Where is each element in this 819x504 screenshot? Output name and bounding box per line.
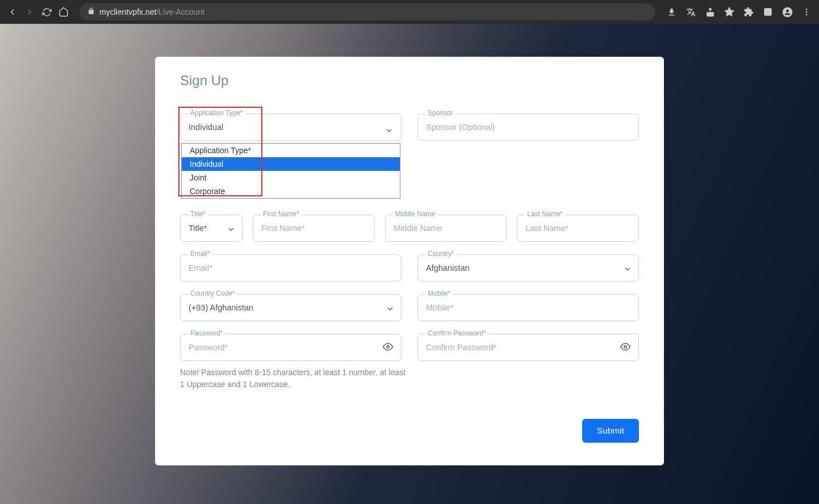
confirm-password-input[interactable] bbox=[426, 343, 616, 352]
application-type-label: Application Type* bbox=[188, 109, 245, 117]
title-select[interactable]: Title* bbox=[180, 215, 243, 242]
chevron-down-icon bbox=[387, 303, 393, 312]
last-name-group: Last Name* bbox=[517, 215, 639, 242]
password-group: Password* bbox=[180, 334, 402, 361]
extensions-icon[interactable] bbox=[743, 6, 754, 18]
first-name-group: First Name* bbox=[253, 215, 375, 242]
mobile-group: Mobile* bbox=[417, 294, 639, 321]
last-name-input[interactable] bbox=[525, 224, 630, 233]
password-label: Password* bbox=[188, 329, 225, 337]
browser-chrome: myclientvpfx.net/Live-Account bbox=[0, 0, 819, 24]
mobile-input[interactable] bbox=[426, 303, 630, 312]
middle-name-input[interactable] bbox=[394, 224, 499, 233]
page-title: Sign Up bbox=[180, 73, 639, 89]
sidepanel-icon[interactable] bbox=[762, 6, 774, 18]
country-group: Country* Afghanistan bbox=[417, 254, 639, 282]
dropdown-option-joint[interactable]: Joint bbox=[182, 171, 400, 184]
sponsor-input[interactable] bbox=[426, 123, 630, 132]
sponsor-label: Sponsor bbox=[425, 109, 456, 117]
menu-icon[interactable] bbox=[801, 6, 812, 18]
email-label: Email* bbox=[188, 250, 212, 258]
chevron-down-icon bbox=[625, 263, 630, 272]
reload-button[interactable] bbox=[41, 6, 52, 18]
sponsor-group: Sponsor bbox=[417, 114, 639, 141]
sponsor-input-wrapper bbox=[417, 114, 639, 141]
title-label: Title* bbox=[188, 210, 208, 218]
lock-icon bbox=[87, 7, 95, 16]
middle-name-group: Middle Name bbox=[385, 215, 507, 242]
page-background: Sign Up Application Type* Individual App… bbox=[0, 24, 819, 504]
title-group: Title* Title* bbox=[180, 215, 243, 242]
country-select[interactable]: Afghanistan bbox=[417, 254, 639, 282]
svg-point-4 bbox=[806, 11, 808, 13]
dropdown-option-corporate[interactable]: Corporate bbox=[182, 184, 400, 198]
svg-point-6 bbox=[387, 345, 390, 348]
email-group: Email* bbox=[180, 254, 402, 282]
country-code-select[interactable]: (+93) Afghanistan bbox=[180, 294, 402, 321]
dropdown-option-individual[interactable]: Individual bbox=[182, 157, 400, 171]
signup-card: Sign Up Application Type* Individual App… bbox=[155, 57, 664, 465]
submit-button[interactable]: Submit bbox=[582, 419, 639, 443]
eye-icon[interactable] bbox=[620, 342, 630, 354]
application-type-group: Application Type* Individual Application… bbox=[180, 114, 402, 141]
application-type-select[interactable]: Individual bbox=[180, 114, 402, 141]
svg-point-7 bbox=[624, 345, 627, 348]
middle-name-label: Middle Name bbox=[393, 210, 438, 218]
forward-button[interactable] bbox=[24, 6, 35, 18]
password-input[interactable] bbox=[189, 343, 378, 352]
first-name-label: First Name* bbox=[261, 210, 301, 218]
last-name-label: Last Name* bbox=[525, 210, 565, 218]
share-icon[interactable] bbox=[704, 6, 716, 18]
url-bar[interactable]: myclientvpfx.net/Live-Account bbox=[80, 3, 655, 20]
svg-point-5 bbox=[806, 14, 808, 15]
country-code-label: Country Code* bbox=[188, 289, 237, 297]
confirm-password-group: Confirm Password* bbox=[417, 334, 639, 361]
country-label: Country* bbox=[425, 250, 457, 258]
first-name-input[interactable] bbox=[261, 224, 366, 233]
eye-icon[interactable] bbox=[383, 342, 393, 354]
email-input[interactable] bbox=[189, 263, 393, 272]
url-text: myclientvpfx.net/Live-Account bbox=[99, 7, 204, 16]
svg-point-3 bbox=[806, 9, 808, 10]
bookmark-icon[interactable] bbox=[724, 6, 735, 18]
profile-icon[interactable] bbox=[782, 6, 793, 18]
mobile-label: Mobile* bbox=[425, 289, 453, 297]
chevron-down-icon bbox=[228, 224, 234, 233]
translate-icon[interactable] bbox=[685, 6, 696, 18]
country-code-group: Country Code* (+93) Afghanistan bbox=[180, 294, 402, 321]
svg-rect-0 bbox=[764, 9, 771, 15]
dropdown-option-placeholder[interactable]: Application Type* bbox=[182, 144, 400, 157]
back-button[interactable] bbox=[7, 6, 18, 18]
home-button[interactable] bbox=[58, 6, 69, 18]
password-note: Note! Password with 8-15 characters, at … bbox=[180, 367, 407, 390]
confirm-password-label: Confirm Password* bbox=[425, 329, 488, 337]
install-icon[interactable] bbox=[666, 6, 677, 18]
chevron-down-icon bbox=[386, 125, 393, 129]
application-type-dropdown: Application Type* Individual Joint Corpo… bbox=[181, 143, 400, 199]
